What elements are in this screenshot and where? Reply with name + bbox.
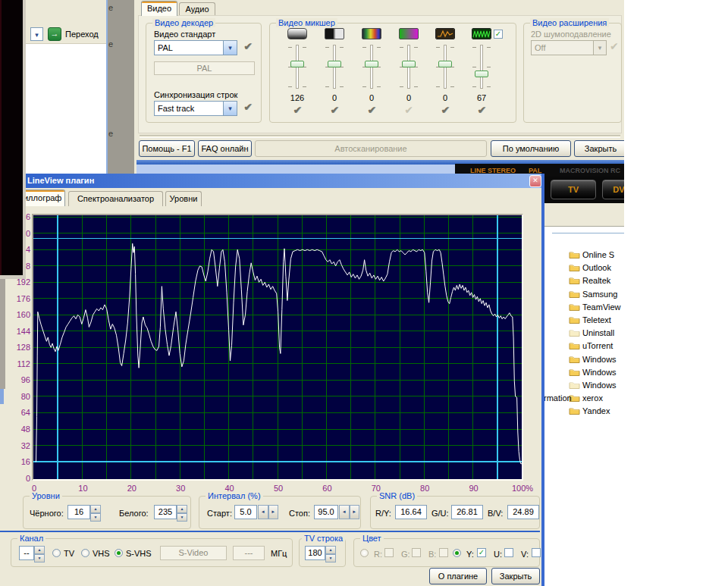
stop-field[interactable]: 95.0 — [314, 505, 338, 519]
folder-name[interactable]: xerox — [582, 393, 603, 403]
slider-thumb[interactable] — [365, 61, 378, 67]
radio-rgb[interactable] — [360, 549, 369, 557]
tab-label: Уровни — [170, 194, 198, 203]
mixer-channel: 0 ✔ — [427, 28, 463, 121]
address-dropdown-button[interactable]: ▾ — [30, 27, 43, 41]
folder-name[interactable]: Yandex — [582, 406, 610, 415]
window-title: LineView плагин — [27, 176, 94, 185]
start-arrows[interactable]: ◄► — [258, 505, 278, 519]
folder-item[interactable]: Uninstall — [569, 328, 614, 340]
mixer-slider[interactable] — [466, 45, 497, 90]
checkbox-v[interactable] — [532, 548, 541, 557]
folder-item[interactable]: Windows — [569, 368, 617, 380]
folder-item[interactable]: Yandex — [569, 406, 610, 418]
mixer-slider[interactable] — [394, 45, 424, 90]
radio-vhs[interactable] — [81, 549, 89, 557]
radio-svhs[interactable] — [115, 549, 123, 557]
snr-gu-label: G/U: — [431, 509, 449, 518]
tv-line-field[interactable]: 180 — [305, 546, 325, 560]
tab-spectrum-analyzer[interactable]: Спектроанализатор — [68, 191, 163, 206]
folder-item[interactable]: TeamView — [569, 302, 621, 315]
mixer-value: 126 — [279, 93, 315, 102]
folder-item[interactable]: Samsung — [569, 290, 617, 302]
white-level-spinner[interactable]: ▲▼ — [177, 505, 187, 519]
tab-levels[interactable]: Уровни — [165, 191, 202, 206]
folder-icon — [569, 341, 580, 350]
browser-toolbar: ▾ → Переход — [25, 0, 106, 44]
go-button-label[interactable]: Переход — [65, 30, 99, 39]
folder-item[interactable]: xerox — [569, 393, 603, 406]
checkbox-u[interactable] — [504, 548, 513, 557]
combobox-value: Off — [532, 43, 545, 52]
folder-name[interactable]: Online S — [582, 250, 614, 259]
folder-name[interactable]: Uninstall — [582, 328, 614, 337]
lineview-titlebar[interactable]: LineView плагин ✕ — [0, 174, 541, 188]
about-plugin-button[interactable]: О плагине — [429, 568, 487, 584]
channel-number-spinner[interactable]: ▲▼ — [34, 546, 45, 560]
folder-icon — [569, 355, 580, 364]
close-icon[interactable]: ✕ — [529, 175, 541, 187]
tv-line-spinner[interactable]: ▲▼ — [325, 546, 336, 560]
sync-combobox[interactable]: Fast track ▾ — [154, 101, 237, 116]
close-button[interactable]: Закрыть — [491, 568, 540, 584]
apply-check-icon: ✔ — [243, 101, 253, 113]
text-fragment: rmation — [544, 393, 572, 403]
check-icon: ✔ — [316, 104, 353, 116]
dv-mode-button[interactable]: DV — [602, 180, 624, 199]
channel-group: Канал -- ▲▼ TV VHS S-VHS S-Video --- МГц — [11, 538, 293, 567]
slider-track[interactable] — [480, 45, 483, 89]
close-button[interactable]: Закрыть — [574, 140, 624, 157]
folder-name[interactable]: Realtek — [582, 276, 610, 285]
help-button[interactable]: Помощь - F1 — [139, 140, 195, 157]
folder-name[interactable]: Samsung — [582, 290, 617, 299]
slider-thumb[interactable] — [438, 61, 452, 67]
slider-thumb[interactable] — [328, 61, 341, 67]
tab-video[interactable]: Видео — [141, 1, 177, 16]
start-field[interactable]: 5.0 — [234, 505, 257, 519]
folder-item[interactable]: Online S — [569, 250, 614, 262]
defaults-button[interactable]: По умолчанию — [491, 140, 571, 157]
combobox-button[interactable]: ▾ — [223, 41, 237, 55]
go-button[interactable]: → — [48, 27, 61, 41]
channel-number-field[interactable]: -- — [19, 546, 34, 560]
slider-thumb[interactable] — [475, 71, 488, 77]
slider-thumb[interactable] — [290, 61, 304, 67]
apply-check-icon: ✔ — [610, 40, 619, 52]
tv-mode-button[interactable]: TV — [551, 180, 596, 199]
folder-item[interactable]: Realtek — [569, 276, 610, 288]
folder-item[interactable]: uTorrent — [569, 341, 613, 353]
radio-yuv[interactable] — [453, 549, 461, 557]
mixer-value: 0 — [427, 93, 463, 102]
mixer-slider[interactable] — [282, 45, 312, 90]
folder-name[interactable]: Windows — [582, 381, 617, 390]
combobox-button[interactable]: ▾ — [223, 102, 237, 115]
tab-audio[interactable]: Аудио — [179, 2, 215, 16]
radio-svhs-label: S-VHS — [126, 549, 152, 558]
folder-name[interactable]: Teletext — [582, 315, 611, 324]
white-level-field[interactable]: 235 — [154, 505, 177, 519]
stop-arrows[interactable]: ◄► — [339, 505, 359, 519]
mixer-slider[interactable] — [430, 45, 460, 90]
folder-name[interactable]: TeamView — [582, 302, 621, 312]
tab-label: Аудио — [185, 5, 209, 14]
folder-list: Online SOutlookRealtekSamsungTeamViewTel… — [569, 250, 624, 423]
folder-item[interactable]: Windows — [569, 355, 617, 367]
faq-button[interactable]: FAQ онлайн — [198, 140, 252, 157]
mixer-slider[interactable] — [356, 45, 387, 90]
video-standard-combobox[interactable]: PAL ▾ — [154, 40, 237, 55]
black-level-field[interactable]: 16 — [67, 505, 90, 519]
folder-item[interactable]: Windows — [569, 381, 617, 393]
mixer-enable-checkbox[interactable]: ✓ — [494, 30, 503, 39]
folder-item[interactable]: Outlook — [569, 263, 611, 275]
radio-tv[interactable] — [52, 549, 61, 557]
slider-thumb[interactable] — [402, 61, 416, 67]
folder-name[interactable]: Windows — [582, 368, 617, 377]
folder-item[interactable]: Teletext — [569, 315, 611, 327]
folder-name[interactable]: Windows — [582, 355, 617, 364]
folder-name[interactable]: uTorrent — [582, 341, 613, 350]
mixer-slider[interactable] — [319, 45, 350, 90]
checkbox-y[interactable]: ✓ — [477, 548, 486, 557]
folder-name[interactable]: Outlook — [582, 263, 611, 272]
snr-ry-label: R/Y: — [375, 509, 391, 518]
black-level-spinner[interactable]: ▲▼ — [90, 505, 101, 519]
